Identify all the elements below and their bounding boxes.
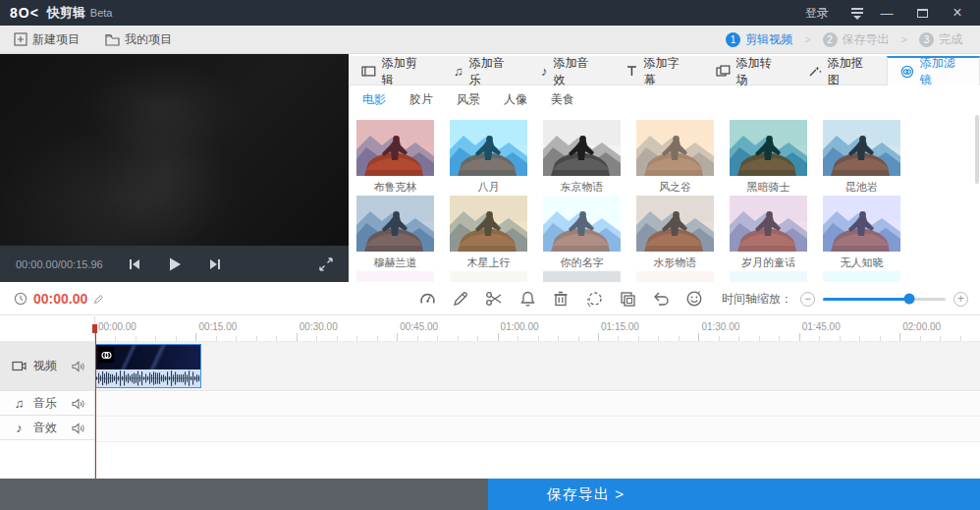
maximize-button[interactable]	[909, 6, 935, 21]
filter-thumbnail	[356, 120, 434, 176]
copy-button[interactable]	[617, 288, 638, 310]
filter-name: 无人知晓	[823, 255, 900, 267]
filter-你的名字[interactable]: 你的名字	[543, 196, 621, 267]
subtab-美食[interactable]: 美食	[551, 91, 574, 108]
tab-添加音效[interactable]: ♪添加音效	[528, 56, 613, 85]
filter-布鲁克林[interactable]: 布鲁克林	[356, 120, 434, 192]
my-projects-button[interactable]: 我的项目	[105, 31, 172, 48]
panel-tab-bar: 添加剪辑♫添加音乐♪添加音效添加字幕添加转场添加抠图添加滤镜	[349, 56, 980, 85]
music-lane[interactable]	[95, 392, 980, 417]
filter-东京物语[interactable]: 东京物语	[543, 120, 621, 192]
zoom-in-button[interactable]: +	[953, 292, 968, 307]
subtab-胶片[interactable]: 胶片	[409, 91, 433, 108]
mute-toggle[interactable]	[72, 421, 84, 434]
subtab-人像[interactable]: 人像	[504, 91, 527, 108]
zoom-out-button[interactable]: −	[800, 292, 815, 307]
filter-八月[interactable]: 八月	[450, 120, 527, 192]
tab-添加抠图[interactable]: 添加抠图	[795, 56, 887, 85]
scissors-button[interactable]	[483, 288, 505, 310]
filter-partial[interactable]	[450, 271, 527, 282]
ruler-label: 01:45.00	[802, 321, 841, 332]
step-separator: >	[901, 33, 907, 45]
bell-button[interactable]	[517, 288, 538, 310]
tab-添加滤镜[interactable]: 添加滤镜	[887, 56, 980, 85]
magic-lasso-button[interactable]	[583, 288, 605, 310]
tab-添加转场[interactable]: 添加转场	[703, 56, 795, 85]
filter-黑暗骑士[interactable]: 黑暗骑士	[730, 120, 807, 192]
pencil-button[interactable]	[450, 288, 471, 310]
preview-screen[interactable]	[0, 54, 349, 246]
edit-time-icon[interactable]	[93, 294, 104, 305]
play-button[interactable]	[167, 256, 183, 272]
ruler-tick	[698, 333, 699, 341]
tab-添加字幕[interactable]: 添加字幕	[613, 56, 703, 85]
sfx-lane[interactable]	[95, 418, 980, 442]
filter-name: 昆池岩	[823, 180, 900, 192]
beta-badge: Beta	[90, 7, 113, 19]
undo-button[interactable]	[650, 288, 672, 310]
workflow-step-1: 1剪辑视频	[726, 31, 792, 48]
filter-无人知晓[interactable]: 无人知晓	[823, 196, 900, 267]
filter-水形物语[interactable]: 水形物语	[636, 196, 714, 267]
playhead-line[interactable]	[95, 324, 96, 479]
filter-name: 木星上行	[450, 255, 527, 267]
filter-partial[interactable]	[543, 271, 621, 282]
video-preview: 00:00.00/00:15.96	[0, 54, 349, 282]
filter-穆赫兰道[interactable]: 穆赫兰道	[356, 196, 434, 267]
mute-toggle[interactable]	[72, 360, 84, 373]
mute-toggle[interactable]	[72, 396, 84, 410]
pencil-icon	[452, 290, 469, 308]
filter-name: 东京物语	[543, 180, 621, 192]
filter-partial[interactable]	[823, 271, 900, 282]
filter-grid: 布鲁克林八月东京物语风之谷黑暗骑士昆池岩穆赫兰道木星上行你的名字水形物语岁月的童…	[349, 113, 974, 282]
login-button[interactable]: 登录	[805, 5, 829, 22]
zoom-slider-knob[interactable]	[903, 294, 914, 305]
zoom-slider[interactable]	[823, 298, 946, 301]
ruler-label: 00:00.00	[98, 321, 136, 332]
project-toolbar: 新建项目 我的项目 1剪辑视频>2保存导出>3完成	[0, 26, 980, 54]
filter-thumbnail	[823, 196, 900, 252]
speed-button[interactable]	[416, 288, 438, 310]
trash-button[interactable]	[550, 288, 572, 310]
tab-label: 添加音效	[553, 55, 599, 88]
tab-label: 添加转场	[736, 55, 783, 88]
subtab-风景[interactable]: 风景	[457, 91, 480, 108]
filter-风之谷[interactable]: 风之谷	[636, 120, 714, 192]
close-button[interactable]: ×	[945, 4, 970, 22]
trash-icon	[553, 290, 569, 308]
track-header-音乐: ♫音乐	[0, 391, 94, 416]
media-panel: 添加剪辑♫添加音乐♪添加音效添加字幕添加转场添加抠图添加滤镜 电影胶片风景人像美…	[349, 54, 980, 282]
clip-waveform	[96, 369, 200, 387]
workflow-steps: 1剪辑视频>2保存导出>3完成	[726, 31, 962, 48]
fullscreen-button[interactable]	[319, 256, 333, 271]
app-window: 8O< 快剪辑 Beta 登录 — × 新建项目 我的项目 1剪辑视频>2保存导…	[0, 0, 980, 510]
prev-frame-button[interactable]	[128, 257, 141, 271]
subtab-电影[interactable]: 电影	[362, 91, 386, 108]
tab-添加音乐[interactable]: ♫添加音乐	[441, 56, 528, 85]
skin-menu-button[interactable]	[850, 7, 864, 19]
minimize-button[interactable]: —	[874, 6, 899, 21]
track-header-音效: ♪音效	[0, 416, 94, 440]
timeline-ruler[interactable]: 00:00.0000:15.0000:30.0000:45.0001:00.00…	[95, 316, 980, 342]
emoji-button[interactable]	[683, 288, 705, 310]
save-export-button[interactable]: 保存导出 >	[488, 479, 980, 510]
filter-木星上行[interactable]: 木星上行	[450, 196, 527, 267]
video-lane[interactable]	[95, 342, 980, 391]
filter-partial[interactable]	[730, 271, 807, 282]
copy-icon	[620, 291, 636, 308]
tab-添加剪辑[interactable]: 添加剪辑	[349, 56, 441, 85]
filter-昆池岩[interactable]: 昆池岩	[823, 120, 900, 192]
timeline-toolbar: 00:00.00 时间轴缩放： − +	[0, 282, 980, 315]
panel-scrollbar[interactable]	[975, 115, 979, 184]
transition-icon	[716, 65, 731, 78]
filter-partial[interactable]	[636, 271, 714, 282]
filter-partial[interactable]	[356, 271, 434, 282]
filter-thumbnail	[450, 271, 527, 282]
next-frame-button[interactable]	[208, 257, 222, 271]
new-project-button[interactable]: 新建项目	[14, 31, 80, 48]
filter-岁月的童话[interactable]: 岁月的童话	[730, 196, 807, 267]
video-clip[interactable]	[95, 344, 201, 388]
title-bar: 8O< 快剪辑 Beta 登录 — ×	[0, 0, 980, 26]
filter-thumbnail	[356, 271, 434, 282]
new-project-label: 新建项目	[32, 31, 80, 48]
